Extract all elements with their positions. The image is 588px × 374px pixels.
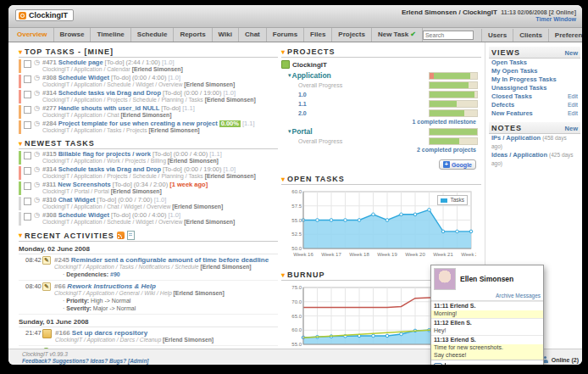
note-link[interactable]: Ideas / Application	[491, 151, 547, 159]
footer-links[interactable]: Feedback? Suggestions? Ideas? Bugs? [Adm…	[22, 358, 149, 365]
start-timer-icon[interactable]: ◷	[34, 120, 40, 127]
archive-messages-link[interactable]: Archive Messages	[431, 293, 543, 301]
start-timer-icon[interactable]: ◷	[34, 59, 40, 66]
milestone-link[interactable]: 1.0	[298, 92, 307, 98]
sidebar-item-my-open-tasks[interactable]: My Open Tasks	[489, 67, 580, 75]
feed-page-icon[interactable]	[127, 231, 135, 240]
start-timer-icon[interactable]: ◷	[34, 151, 40, 158]
start-timer-icon[interactable]: ◷	[34, 90, 40, 97]
project-name[interactable]: Portal	[292, 127, 313, 136]
sidebar-item-open-tasks[interactable]: Open Tasks	[489, 59, 580, 67]
collapse-arrow-icon[interactable]: ▾	[19, 232, 22, 239]
task-title[interactable]: Schedule tasks via Drag and Drop	[58, 90, 161, 97]
current-user[interactable]: Erlend Simonsen / ClockingIT	[402, 8, 497, 16]
task-row: ◷#308Schedule Widget[To-do](0:00 / 4:00)…	[19, 75, 278, 88]
burnup-title: BURNUP	[287, 271, 325, 279]
edit-link[interactable]: Edit	[568, 109, 578, 118]
collapse-arrow-icon[interactable]: ▾	[281, 48, 285, 56]
task-checkbox[interactable]	[24, 60, 31, 68]
tab-forums[interactable]: Forums	[267, 28, 304, 42]
detail-value: Major -> Normal	[93, 305, 136, 311]
app-logo[interactable]: ClockingIT	[15, 9, 74, 21]
task-title[interactable]: Schedule Widget	[58, 212, 109, 219]
tab-overview[interactable]: Overview	[11, 28, 54, 42]
chat-input[interactable]	[431, 360, 543, 365]
tab-timeline[interactable]: Timeline	[91, 28, 130, 42]
task-title[interactable]: Schedule page	[58, 59, 103, 66]
task-checkbox[interactable]	[24, 152, 31, 159]
task-title[interactable]: Handle shouts with user_id NULL	[58, 105, 160, 112]
tab-wiki[interactable]: Wiki	[213, 28, 239, 42]
collapse-arrow-icon[interactable]: ▾	[19, 48, 22, 56]
activity-title[interactable]: Rework Instructions & Help	[67, 282, 155, 290]
project-name[interactable]: Application	[292, 71, 331, 80]
detail-value[interactable]: #90	[110, 271, 120, 277]
online-toggle[interactable]: Online (2)	[542, 356, 579, 363]
task-title[interactable]: Billable flag for projects / work	[58, 151, 151, 158]
task-checkbox[interactable]	[24, 213, 31, 220]
task-title[interactable]: Schedule Widget	[58, 75, 109, 81]
completed-milestones-link[interactable]: 1 completed milestone	[281, 119, 476, 125]
sidebar-item-new-features[interactable]: New FeaturesEdit	[489, 109, 580, 118]
toolbar-item-users[interactable]: Users	[481, 29, 513, 42]
activity-title[interactable]: Set up darcs repository	[72, 329, 147, 337]
collapse-arrow-icon[interactable]: ▾	[281, 271, 285, 279]
tab-new-task[interactable]: New Task✔	[372, 28, 423, 42]
task-title[interactable]: New Screenshots	[58, 181, 111, 188]
sidebar-item-closed-tasks[interactable]: Closed TasksEdit	[489, 92, 580, 101]
collapse-arrow-icon[interactable]: ▾	[19, 140, 22, 148]
completed-projects-link[interactable]: 2 completed projects	[281, 147, 476, 153]
tab-files[interactable]: Files	[304, 28, 332, 42]
activity-task-id: #66	[54, 282, 65, 290]
tab-projects[interactable]: Projects	[332, 28, 372, 42]
search-input[interactable]	[423, 31, 474, 40]
toolbar-item-preferences[interactable]: Preferences	[548, 29, 582, 42]
chat-message-text: Time for new screenshots.	[431, 344, 543, 352]
start-timer-icon[interactable]: ◷	[34, 197, 40, 204]
task-assignee: [Erlend Simonsen]	[184, 219, 235, 225]
rss-icon[interactable]	[117, 232, 125, 239]
start-timer-icon[interactable]: ◷	[34, 105, 40, 112]
tab-reports[interactable]: Reports	[174, 28, 212, 42]
start-timer-icon[interactable]: ◷	[34, 166, 40, 173]
edit-link[interactable]: Edit	[568, 101, 578, 109]
start-timer-icon[interactable]: ◷	[34, 181, 40, 188]
task-checkbox[interactable]	[24, 121, 31, 129]
svg-text:Week 20: Week 20	[405, 252, 425, 257]
task-checkbox[interactable]	[24, 182, 31, 190]
timer-window-link[interactable]: Timer Window	[402, 16, 576, 23]
task-assignee: [Erlend Simonsen]	[149, 127, 200, 133]
svg-text:60.0: 60.0	[291, 327, 302, 332]
task-checkbox[interactable]	[24, 75, 31, 83]
tab-browse[interactable]: Browse	[54, 28, 92, 42]
tab-chat[interactable]: Chat	[239, 28, 267, 42]
milestone-link[interactable]: 1.1	[298, 101, 307, 107]
task-id: #314	[42, 90, 57, 97]
sidebar-item-defects[interactable]: DefectsEdit	[489, 101, 580, 109]
start-timer-icon[interactable]: ◷	[34, 212, 40, 219]
company-name[interactable]: ClockingIT	[292, 61, 327, 69]
activity-title[interactable]: Reminder sent a configurable amount of t…	[71, 256, 269, 264]
collapse-arrow-icon[interactable]: ▾	[281, 176, 285, 183]
toolbar-item-clients[interactable]: Clients	[513, 29, 548, 42]
google-gadget-button[interactable]: +Google	[439, 159, 476, 170]
task-checkbox[interactable]	[24, 167, 31, 175]
task-title[interactable]: Schedule tasks via Drag and Drop	[58, 166, 161, 173]
sidebar-item-unassigned-tasks[interactable]: Unassigned Tasks	[489, 84, 580, 92]
edit-link[interactable]: Edit	[568, 92, 578, 101]
collapse-arrow-icon[interactable]: ▾	[288, 72, 291, 79]
views-new-link[interactable]: New	[565, 49, 578, 57]
task-checkbox[interactable]	[24, 106, 31, 114]
task-checkbox[interactable]	[24, 91, 31, 98]
milestone-link[interactable]: 2.0	[298, 110, 307, 116]
collapse-arrow-icon[interactable]: ▾	[288, 128, 291, 135]
task-checkbox[interactable]	[24, 198, 31, 205]
note-link[interactable]: IPs / Application	[491, 134, 541, 142]
task-title[interactable]: Project template for use when creating a…	[58, 120, 218, 127]
tab-schedule[interactable]: Schedule	[131, 28, 175, 42]
notes-new-link[interactable]: New	[565, 125, 578, 132]
start-timer-icon[interactable]: ◷	[34, 75, 40, 81]
task-milestone: [1.0]	[154, 197, 167, 204]
sidebar-item-my-in-progress-tasks[interactable]: My In Progress Tasks	[489, 75, 580, 84]
task-title[interactable]: Chat Widget	[58, 197, 96, 204]
